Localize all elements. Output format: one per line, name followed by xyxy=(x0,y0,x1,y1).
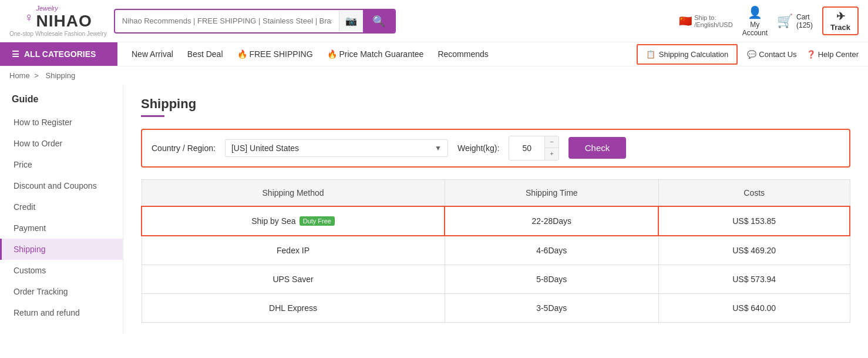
shipping-method-name: DHL Express xyxy=(269,303,317,313)
sidebar: Guide How to Register How to Order Price… xyxy=(0,85,123,334)
nav-free-shipping[interactable]: FREE SHIPPING xyxy=(237,49,313,59)
account-label: MyAccount xyxy=(742,21,768,37)
my-account-button[interactable]: 👤 MyAccount xyxy=(742,5,768,37)
cart-count: (125) xyxy=(796,21,813,29)
header: ♀ Jewelry NIHAO One-stop Wholesale Fashi… xyxy=(0,0,868,42)
table-row: Ship by SeaDuty Free22-28DaysUS$ 153.85 xyxy=(142,206,850,236)
nav-best-deal[interactable]: Best Deal xyxy=(187,49,223,59)
breadcrumb: Home > Shipping xyxy=(0,66,868,85)
nav-price-match[interactable]: Price Match Guarantee xyxy=(327,49,424,59)
help-center-label: Help Center xyxy=(818,50,859,59)
contact-icon: 💬 xyxy=(747,50,756,59)
sidebar-item-return-refund[interactable]: Return and refund xyxy=(0,302,123,323)
shipping-cost-cell: US$ 640.00 xyxy=(658,293,850,322)
shipping-time-cell: 3-5Days xyxy=(445,293,658,322)
shipping-calculation-button[interactable]: 📋 Shipping Calculation xyxy=(637,44,738,65)
contact-us-button[interactable]: 💬 Contact Us xyxy=(747,50,796,59)
weight-input-area: 50 − + xyxy=(509,136,559,160)
shipping-method-cell: Ship by SeaDuty Free xyxy=(142,206,445,236)
language-currency: /English/USD xyxy=(694,21,732,28)
breadcrumb-home[interactable]: Home xyxy=(9,71,30,80)
shipping-time-cell: 4-6Days xyxy=(445,236,658,265)
logo-area: ♀ Jewelry NIHAO One-stop Wholesale Fashi… xyxy=(9,5,107,37)
shipping-method-name: UPS Saver xyxy=(272,275,313,284)
shipping-method-cell: DHL Express xyxy=(142,293,445,322)
header-right: 🇨🇳 Ship to: /English/USD 👤 MyAccount 🛒 C… xyxy=(679,5,859,37)
shipping-method-name: Ship by Sea xyxy=(251,216,296,226)
duty-free-badge: Duty Free xyxy=(300,216,335,226)
ship-to[interactable]: 🇨🇳 Ship to: /English/USD xyxy=(679,14,732,28)
shipping-time-cell: 22-28Days xyxy=(445,206,658,236)
table-row: DHL Express3-5DaysUS$ 640.00 xyxy=(142,293,850,322)
method-cell-inner: Ship by SeaDuty Free xyxy=(154,216,432,226)
content-area: Shipping Country / Region: [US] United S… xyxy=(123,85,868,334)
shipping-table: Shipping Method Shipping Time Costs Ship… xyxy=(141,179,850,323)
all-categories-button[interactable]: ☰ ALL CATEGORIES xyxy=(0,42,117,66)
shipping-method-cell: UPS Saver xyxy=(142,265,445,293)
sidebar-item-payment[interactable]: Payment xyxy=(0,218,123,239)
track-label: Track xyxy=(830,23,850,32)
sidebar-item-customs[interactable]: Customs xyxy=(0,260,123,281)
weight-value: 50 xyxy=(509,140,544,156)
chevron-down-icon: ▼ xyxy=(435,144,442,152)
page-title: Shipping xyxy=(141,96,850,112)
sidebar-item-shipping[interactable]: Shipping xyxy=(0,239,123,260)
check-button[interactable]: Check xyxy=(568,137,627,159)
ship-to-label: Ship to: xyxy=(694,14,732,21)
weight-decrease-button[interactable]: − xyxy=(545,136,558,148)
table-row: Fedex IP4-6DaysUS$ 469.20 xyxy=(142,236,850,265)
search-bar: 📷 🔍 xyxy=(114,9,396,34)
account-icon: 👤 xyxy=(748,5,762,19)
jewelry-text: Jewelry xyxy=(36,5,92,12)
shipping-time-cell: 5-8Days xyxy=(445,265,658,293)
country-value: [US] United States xyxy=(231,143,430,153)
title-underline xyxy=(141,115,164,117)
contact-us-label: Contact Us xyxy=(759,50,796,59)
weight-controls: − + xyxy=(544,136,558,160)
sidebar-item-how-to-register[interactable]: How to Register xyxy=(0,112,123,133)
country-select[interactable]: [US] United States ▼ xyxy=(225,139,448,157)
table-row: UPS Saver5-8DaysUS$ 573.94 xyxy=(142,265,850,293)
flag-icon: 🇨🇳 xyxy=(679,15,692,28)
logo-icon: ♀ xyxy=(24,10,34,25)
nav-right: 📋 Shipping Calculation 💬 Contact Us ❓ He… xyxy=(637,44,868,65)
track-button[interactable]: ✈ Track xyxy=(822,6,859,35)
search-input[interactable] xyxy=(115,12,339,30)
search-button[interactable]: 🔍 xyxy=(363,10,395,32)
nav-links: New Arrival Best Deal FREE SHIPPING Pric… xyxy=(117,49,637,59)
sidebar-item-discount-coupons[interactable]: Discount and Coupons xyxy=(0,175,123,196)
country-label: Country / Region: xyxy=(152,143,216,153)
main-layout: Guide How to Register How to Order Price… xyxy=(0,85,868,334)
camera-search-button[interactable]: 📷 xyxy=(339,11,363,31)
nav-recommends[interactable]: Recommends xyxy=(438,49,488,59)
method-cell-inner: Fedex IP xyxy=(154,246,433,255)
cart-icon: 🛒 xyxy=(777,14,793,29)
method-cell-inner: DHL Express xyxy=(154,303,433,313)
shipping-cost-cell: US$ 469.20 xyxy=(658,236,850,265)
sidebar-item-how-to-order[interactable]: How to Order xyxy=(0,133,123,154)
help-center-button[interactable]: ❓ Help Center xyxy=(806,50,859,59)
weight-label: Weight(kg): xyxy=(457,143,499,153)
nav-new-arrival[interactable]: New Arrival xyxy=(132,49,173,59)
table-header-costs: Costs xyxy=(658,179,850,206)
shipping-calc-label: Shipping Calculation xyxy=(659,50,729,59)
table-header-time: Shipping Time xyxy=(445,179,658,206)
all-categories-label: ALL CATEGORIES xyxy=(24,49,96,59)
table-header-method: Shipping Method xyxy=(142,179,445,206)
shipping-cost-cell: US$ 153.85 xyxy=(658,206,850,236)
weight-increase-button[interactable]: + xyxy=(545,148,558,159)
sidebar-item-credit[interactable]: Credit xyxy=(0,196,123,218)
filter-row: Country / Region: [US] United States ▼ W… xyxy=(141,129,850,168)
sidebar-item-price[interactable]: Price xyxy=(0,154,123,175)
help-icon: ❓ xyxy=(806,50,816,59)
track-icon: ✈ xyxy=(836,10,845,23)
cart-button[interactable]: 🛒 Cart (125) xyxy=(777,13,813,29)
shipping-method-cell: Fedex IP xyxy=(142,236,445,265)
breadcrumb-separator: > xyxy=(34,71,39,80)
shipping-cost-cell: US$ 573.94 xyxy=(658,265,850,293)
sidebar-guide-label: Guide xyxy=(0,94,123,112)
sidebar-item-order-tracking[interactable]: Order Tracking xyxy=(0,281,123,302)
logo-brand: NIHAO xyxy=(36,12,92,31)
cart-label: Cart xyxy=(796,13,813,21)
nav-bar: ☰ ALL CATEGORIES New Arrival Best Deal F… xyxy=(0,42,868,66)
